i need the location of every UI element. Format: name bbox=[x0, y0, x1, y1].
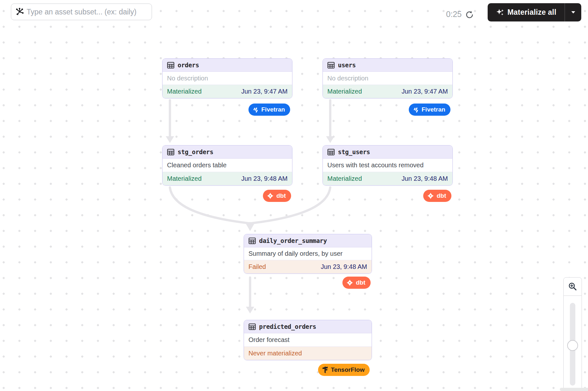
asset-name: users bbox=[338, 62, 356, 69]
asset-node-header: stg_orders bbox=[163, 146, 292, 159]
asset-node-stg-users[interactable]: stg_users Users with test accounts remov… bbox=[323, 145, 453, 186]
status-label: Materialized bbox=[327, 88, 362, 95]
kind-tag-fivetran: Fivetran bbox=[248, 104, 290, 116]
status-timestamp: Jun 23, 9:48 AM bbox=[241, 175, 288, 182]
arrowhead bbox=[246, 307, 254, 313]
asset-description: No description bbox=[163, 72, 292, 85]
asset-node-predicted-orders[interactable]: predicted_orders Order forecast Never ma… bbox=[244, 320, 372, 360]
table-icon bbox=[167, 62, 174, 69]
zoom-in-button[interactable] bbox=[563, 277, 582, 296]
kind-tag-label: dbt bbox=[276, 192, 286, 199]
kind-tag-dbt: dbt bbox=[342, 277, 371, 289]
kind-tag-tensorflow: TensorFlow bbox=[318, 364, 370, 376]
asset-name: stg_users bbox=[338, 148, 370, 155]
status-timestamp: Jun 23, 9:48 AM bbox=[321, 263, 367, 270]
status-label: Materialized bbox=[167, 175, 202, 182]
status-label: Never materialized bbox=[248, 350, 302, 357]
asset-status-row: Materialized Jun 23, 9:47 AM bbox=[323, 85, 452, 98]
asset-node-users[interactable]: users No description Materialized Jun 23… bbox=[323, 58, 453, 98]
asset-node-header: daily_order_summary bbox=[244, 234, 372, 247]
asset-graph-canvas[interactable]: 0:25 Materialize all bbox=[0, 0, 588, 391]
tensorflow-logo-icon bbox=[322, 366, 328, 373]
sparkles-icon bbox=[496, 8, 504, 17]
asset-status-row: Failed Jun 23, 9:48 AM bbox=[244, 260, 372, 273]
status-label: Materialized bbox=[167, 88, 202, 95]
asset-description: Order forecast bbox=[244, 333, 372, 346]
table-icon bbox=[248, 323, 256, 330]
status-timestamp: Jun 23, 9:47 AM bbox=[241, 88, 288, 95]
asset-description: Cleaned orders table bbox=[163, 159, 292, 172]
dbt-logo-icon bbox=[427, 192, 434, 199]
asset-node-header: orders bbox=[163, 59, 292, 72]
materialize-all-button-group: Materialize all bbox=[488, 3, 581, 21]
asset-status-row: Never materialized bbox=[244, 346, 372, 360]
asset-name: predicted_orders bbox=[259, 323, 316, 330]
asset-name: orders bbox=[178, 62, 199, 69]
dbt-logo-icon bbox=[346, 279, 353, 286]
asset-node-stg-orders[interactable]: stg_orders Cleaned orders table Material… bbox=[162, 145, 292, 186]
refresh-icon bbox=[465, 10, 474, 19]
arrowhead bbox=[166, 136, 174, 143]
arrowhead bbox=[326, 136, 334, 143]
edge-stg-orders-daily bbox=[170, 187, 248, 223]
fivetran-logo-icon bbox=[413, 106, 419, 113]
asset-search-box[interactable] bbox=[11, 4, 152, 20]
table-icon bbox=[248, 237, 256, 245]
search-input[interactable] bbox=[27, 8, 148, 16]
asset-status-row: Materialized Jun 23, 9:48 AM bbox=[163, 172, 292, 185]
asset-node-header: stg_users bbox=[323, 146, 452, 159]
fivetran-logo-icon bbox=[252, 106, 259, 113]
asset-node-header: predicted_orders bbox=[244, 320, 372, 333]
refresh-countdown: 0:25 bbox=[442, 10, 462, 19]
status-label: Failed bbox=[248, 263, 266, 270]
asset-name: daily_order_summary bbox=[259, 237, 327, 244]
kind-tag-fivetran: Fivetran bbox=[409, 104, 450, 116]
asset-status-row: Materialized Jun 23, 9:48 AM bbox=[323, 172, 452, 185]
asset-node-orders[interactable]: orders No description Materialized Jun 2… bbox=[162, 58, 292, 98]
magnifier-plus-icon bbox=[568, 282, 577, 291]
asset-status-row: Materialized Jun 23, 9:47 AM bbox=[163, 85, 292, 98]
status-timestamp: Jun 23, 9:48 AM bbox=[401, 175, 448, 182]
dbt-logo-icon bbox=[267, 192, 274, 199]
chevron-down-icon bbox=[571, 11, 575, 14]
zoom-control bbox=[563, 277, 582, 391]
kind-tag-dbt: dbt bbox=[423, 190, 451, 202]
asset-node-header: users bbox=[323, 59, 452, 72]
refresh-button[interactable] bbox=[465, 10, 475, 20]
zoom-slider bbox=[563, 296, 582, 391]
materialize-all-label: Materialize all bbox=[508, 8, 557, 17]
arrowhead bbox=[245, 222, 255, 231]
materialize-all-button[interactable]: Materialize all bbox=[488, 3, 565, 21]
kind-tag-label: TensorFlow bbox=[331, 366, 365, 373]
asset-name: stg_orders bbox=[178, 148, 213, 155]
kind-tag-label: Fivetran bbox=[422, 106, 445, 113]
status-timestamp: Jun 23, 9:47 AM bbox=[401, 88, 448, 95]
materialize-options-dropdown[interactable] bbox=[565, 3, 581, 21]
asset-node-daily-order-summary[interactable]: daily_order_summary Summary of daily ord… bbox=[244, 234, 372, 274]
asset-graph-filter-icon bbox=[15, 8, 24, 16]
asset-description: Summary of daily orders, by user bbox=[244, 247, 372, 260]
kind-tag-label: dbt bbox=[437, 192, 446, 199]
kind-tag-label: dbt bbox=[356, 279, 365, 286]
asset-description: Users with test accounts removed bbox=[323, 159, 452, 172]
kind-tag-dbt: dbt bbox=[263, 190, 291, 202]
kind-tag-label: Fivetran bbox=[261, 106, 285, 113]
zoom-slider-thumb[interactable] bbox=[567, 340, 578, 351]
table-icon bbox=[167, 148, 174, 156]
table-icon bbox=[327, 62, 335, 69]
horizontal-scrollbar[interactable] bbox=[560, 388, 588, 391]
status-label: Materialized bbox=[327, 175, 362, 182]
asset-description: No description bbox=[323, 72, 452, 85]
table-icon bbox=[327, 148, 335, 156]
